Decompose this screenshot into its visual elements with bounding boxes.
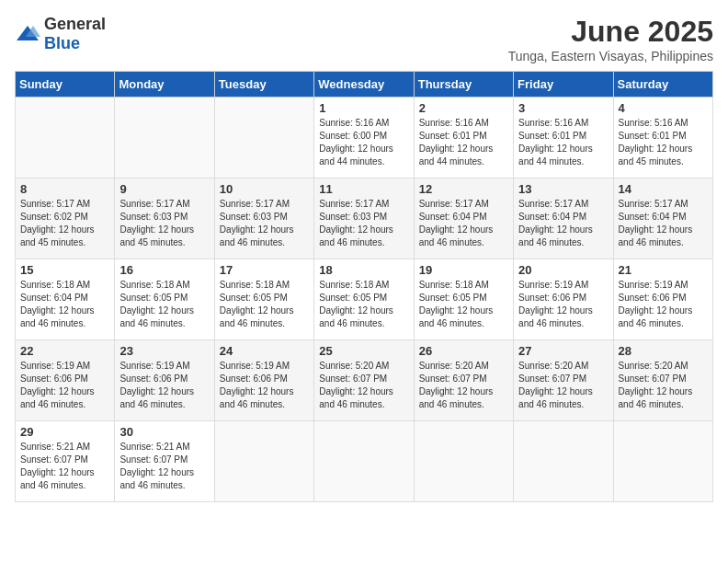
day-info: Sunrise: 5:19 AMSunset: 6:06 PMDaylight:…: [220, 360, 309, 411]
weekday-header: Friday: [514, 72, 613, 98]
calendar-cell: [613, 421, 712, 502]
day-info: Sunrise: 5:16 AMSunset: 6:00 PMDaylight:…: [319, 117, 408, 168]
calendar-cell: [314, 421, 414, 502]
day-number: 29: [20, 425, 109, 439]
logo-general: General: [44, 15, 106, 33]
day-number: 10: [220, 182, 309, 196]
day-info: Sunrise: 5:20 AMSunset: 6:07 PMDaylight:…: [518, 360, 608, 411]
calendar-cell: 12 Sunrise: 5:17 AMSunset: 6:04 PMDaylig…: [414, 178, 513, 259]
day-info: Sunrise: 5:18 AMSunset: 6:05 PMDaylight:…: [220, 279, 309, 330]
day-info: Sunrise: 5:17 AMSunset: 6:04 PMDaylight:…: [619, 198, 708, 249]
day-number: 4: [619, 101, 708, 115]
logo-text: General Blue: [44, 15, 106, 53]
calendar-cell: 21 Sunrise: 5:19 AMSunset: 6:06 PMDaylig…: [613, 259, 712, 340]
calendar-cell: 10 Sunrise: 5:17 AMSunset: 6:03 PMDaylig…: [214, 178, 313, 259]
day-info: Sunrise: 5:21 AMSunset: 6:07 PMDaylight:…: [119, 441, 209, 492]
calendar-cell: 27 Sunrise: 5:20 AMSunset: 6:07 PMDaylig…: [514, 340, 613, 421]
day-number: 9: [119, 182, 209, 196]
calendar-cell: 25 Sunrise: 5:20 AMSunset: 6:07 PMDaylig…: [314, 340, 414, 421]
calendar-cell: [16, 98, 115, 178]
calendar-cell: [214, 421, 313, 502]
calendar-cell: 2 Sunrise: 5:16 AMSunset: 6:01 PMDayligh…: [414, 98, 513, 178]
day-number: 24: [220, 344, 309, 358]
title-area: June 2025 Tunga, Eastern Visayas, Philip…: [508, 15, 713, 63]
calendar-table: SundayMondayTuesdayWednesdayThursdayFrid…: [15, 71, 713, 502]
day-number: 3: [518, 101, 608, 115]
calendar-cell: 28 Sunrise: 5:20 AMSunset: 6:07 PMDaylig…: [613, 340, 712, 421]
logo: General Blue: [15, 15, 106, 53]
day-info: Sunrise: 5:17 AMSunset: 6:02 PMDaylight:…: [20, 198, 109, 249]
day-number: 28: [619, 344, 708, 358]
day-info: Sunrise: 5:21 AMSunset: 6:07 PMDaylight:…: [20, 441, 109, 492]
day-info: Sunrise: 5:19 AMSunset: 6:06 PMDaylight:…: [518, 279, 608, 330]
calendar-cell: [115, 98, 214, 178]
calendar-cell: 29 Sunrise: 5:21 AMSunset: 6:07 PMDaylig…: [16, 421, 115, 502]
day-info: Sunrise: 5:18 AMSunset: 6:05 PMDaylight:…: [319, 279, 408, 330]
weekday-header: Thursday: [414, 72, 513, 98]
day-info: Sunrise: 5:17 AMSunset: 6:03 PMDaylight:…: [119, 198, 209, 249]
day-info: Sunrise: 5:20 AMSunset: 6:07 PMDaylight:…: [419, 360, 508, 411]
day-number: 21: [619, 263, 708, 277]
day-info: Sunrise: 5:19 AMSunset: 6:06 PMDaylight:…: [619, 279, 708, 330]
day-info: Sunrise: 5:18 AMSunset: 6:05 PMDaylight:…: [119, 279, 209, 330]
calendar-cell: 22 Sunrise: 5:19 AMSunset: 6:06 PMDaylig…: [16, 340, 115, 421]
location-title: Tunga, Eastern Visayas, Philippines: [508, 49, 713, 63]
day-info: Sunrise: 5:16 AMSunset: 6:01 PMDaylight:…: [619, 117, 708, 168]
day-number: 23: [119, 344, 209, 358]
day-number: 30: [119, 425, 209, 439]
day-number: 15: [20, 263, 109, 277]
calendar-cell: 8 Sunrise: 5:17 AMSunset: 6:02 PMDayligh…: [16, 178, 115, 259]
day-info: Sunrise: 5:20 AMSunset: 6:07 PMDaylight:…: [619, 360, 708, 411]
calendar-cell: 9 Sunrise: 5:17 AMSunset: 6:03 PMDayligh…: [115, 178, 214, 259]
day-info: Sunrise: 5:18 AMSunset: 6:05 PMDaylight:…: [419, 279, 508, 330]
calendar-cell: 30 Sunrise: 5:21 AMSunset: 6:07 PMDaylig…: [115, 421, 214, 502]
calendar-cell: 1 Sunrise: 5:16 AMSunset: 6:00 PMDayligh…: [314, 98, 414, 178]
calendar-cell: 15 Sunrise: 5:18 AMSunset: 6:04 PMDaylig…: [16, 259, 115, 340]
month-title: June 2025: [508, 15, 713, 49]
weekday-header: Saturday: [613, 72, 712, 98]
calendar-cell: 4 Sunrise: 5:16 AMSunset: 6:01 PMDayligh…: [613, 98, 712, 178]
calendar-cell: 18 Sunrise: 5:18 AMSunset: 6:05 PMDaylig…: [314, 259, 414, 340]
weekday-header: Monday: [115, 72, 214, 98]
calendar-cell: [214, 98, 313, 178]
day-info: Sunrise: 5:16 AMSunset: 6:01 PMDaylight:…: [518, 117, 608, 168]
logo-blue: Blue: [44, 34, 80, 52]
day-number: 1: [319, 101, 408, 115]
logo-icon: [15, 24, 40, 44]
day-number: 14: [619, 182, 708, 196]
page-header: General Blue June 2025 Tunga, Eastern Vi…: [15, 15, 713, 63]
day-info: Sunrise: 5:17 AMSunset: 6:03 PMDaylight:…: [319, 198, 408, 249]
day-number: 20: [518, 263, 608, 277]
day-number: 22: [20, 344, 109, 358]
calendar-cell: 16 Sunrise: 5:18 AMSunset: 6:05 PMDaylig…: [115, 259, 214, 340]
day-number: 26: [419, 344, 508, 358]
day-number: 25: [319, 344, 408, 358]
day-info: Sunrise: 5:19 AMSunset: 6:06 PMDaylight:…: [119, 360, 209, 411]
calendar-cell: 24 Sunrise: 5:19 AMSunset: 6:06 PMDaylig…: [214, 340, 313, 421]
day-number: 27: [518, 344, 608, 358]
day-number: 11: [319, 182, 408, 196]
calendar-cell: [514, 421, 613, 502]
calendar-cell: 23 Sunrise: 5:19 AMSunset: 6:06 PMDaylig…: [115, 340, 214, 421]
calendar-cell: 20 Sunrise: 5:19 AMSunset: 6:06 PMDaylig…: [514, 259, 613, 340]
calendar-cell: 3 Sunrise: 5:16 AMSunset: 6:01 PMDayligh…: [514, 98, 613, 178]
day-number: 12: [419, 182, 508, 196]
day-number: 8: [20, 182, 109, 196]
calendar-cell: 19 Sunrise: 5:18 AMSunset: 6:05 PMDaylig…: [414, 259, 513, 340]
day-number: 19: [419, 263, 508, 277]
day-number: 13: [518, 182, 608, 196]
day-info: Sunrise: 5:19 AMSunset: 6:06 PMDaylight:…: [20, 360, 109, 411]
day-info: Sunrise: 5:16 AMSunset: 6:01 PMDaylight:…: [419, 117, 508, 168]
day-info: Sunrise: 5:18 AMSunset: 6:04 PMDaylight:…: [20, 279, 109, 330]
calendar-cell: 17 Sunrise: 5:18 AMSunset: 6:05 PMDaylig…: [214, 259, 313, 340]
day-info: Sunrise: 5:20 AMSunset: 6:07 PMDaylight:…: [319, 360, 408, 411]
day-number: 2: [419, 101, 508, 115]
day-number: 17: [220, 263, 309, 277]
weekday-header: Wednesday: [314, 72, 414, 98]
day-number: 16: [119, 263, 209, 277]
calendar-cell: 13 Sunrise: 5:17 AMSunset: 6:04 PMDaylig…: [514, 178, 613, 259]
calendar-cell: 26 Sunrise: 5:20 AMSunset: 6:07 PMDaylig…: [414, 340, 513, 421]
calendar-cell: 14 Sunrise: 5:17 AMSunset: 6:04 PMDaylig…: [613, 178, 712, 259]
day-info: Sunrise: 5:17 AMSunset: 6:04 PMDaylight:…: [518, 198, 608, 249]
weekday-header: Tuesday: [214, 72, 313, 98]
